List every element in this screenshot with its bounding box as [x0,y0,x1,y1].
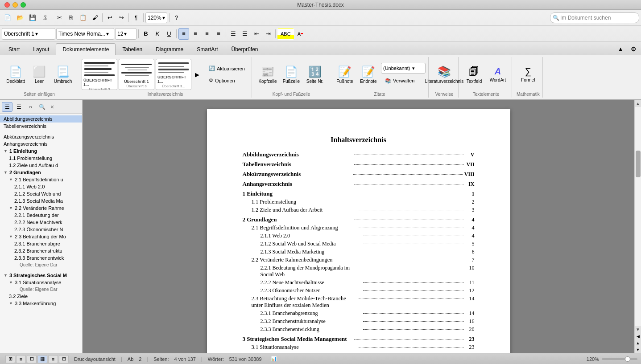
underline-button[interactable]: U [164,28,174,40]
nav-item-2-2-2[interactable]: 2.2.2 Neue Machtverk [0,219,82,226]
nav-item-2-1-3[interactable]: 2.1.3 Social Media Ma [0,197,82,204]
align-center-button[interactable]: ≡ [190,28,201,40]
ribbon-options-button[interactable]: ⚙ [628,43,639,55]
nav-item-2-3[interactable]: ▼ 2.3 Betrachtung der Mo [0,233,82,240]
view-btn-6[interactable]: ⊟ [59,355,69,363]
fusszeile-button[interactable]: 📄 Fußzeile [280,59,302,90]
view-btn-2[interactable]: ≡ [16,355,26,363]
nav-item-3-1[interactable]: ▼ 3.1 Situationsanalyse [0,279,82,286]
list-num-button[interactable]: ☰ [228,28,239,40]
view-btn-5[interactable]: ≡ [48,355,58,363]
view-btn-4[interactable]: ▦ [37,355,47,363]
help-button[interactable]: ? [171,12,182,24]
view-btn-3[interactable]: ⊡ [27,355,37,363]
justify-button[interactable]: ≡ [213,28,224,40]
toc-styles-next[interactable]: ▶ [194,59,201,90]
print-button[interactable]: 🖨 [39,12,50,24]
nav-item-quelle-1[interactable]: Quelle: Eigene Dar [0,262,82,268]
paste-button[interactable]: 📋 [77,12,89,24]
font-dropdown[interactable]: Times New Roma... ▾ [56,28,114,40]
size-dropdown[interactable]: 12 ▾ [115,28,136,40]
tab-tabellen[interactable]: Tabellen [116,43,149,55]
align-left-button[interactable]: ≡ [178,28,189,40]
nav-item-3-2[interactable]: 3.2 Ziele [0,293,82,300]
zoom-slider[interactable] [602,358,637,360]
search-input[interactable] [550,12,639,23]
minimize-button[interactable] [12,2,18,8]
nav-item-tabellenverzeichnis[interactable]: Tabellenverzeichnis [0,123,82,130]
nav-item-2-3-2[interactable]: 2.3.2 Branchenstruktu [0,247,82,254]
highlight-button[interactable]: ABC [277,28,294,40]
citation-style-dropdown[interactable]: (Unbekannt) ▾ [381,63,426,74]
sidebar-close-button[interactable]: × [48,103,56,111]
scroll-thumb[interactable] [636,151,641,177]
fussnote-button[interactable]: 📝 Fußnote [334,59,356,90]
tab-start[interactable]: Start [2,43,26,55]
toc-style-3[interactable]: ÜBERSCHRIFT 1... Überschrift 3... [156,59,191,90]
sidebar-btn-list[interactable]: ☰ [2,102,12,112]
nav-item-abkuerzungsverzeichnis[interactable]: Abkürzungsverzeichnis [0,133,82,140]
literaturverzeichnis-button[interactable]: 📚 Literaturverzeichnis [433,59,455,90]
verwalten-button[interactable]: 📚 Verwalten [381,75,426,86]
aktualisieren-button[interactable]: 🔄 Aktualisieren [205,63,249,74]
nav-item-2-1[interactable]: ▼ 2.1 Begriffsdefinition u [0,176,82,183]
maximize-button[interactable] [21,2,26,8]
toc-style-1[interactable]: ÜBERSCHRIFT 1... Unterschrift 3 [82,59,117,90]
scroll-page-up[interactable]: ▲ [635,339,641,346]
list-bullet-button[interactable]: ☰ [240,28,250,40]
sidebar-btn-search[interactable]: 🔍 [37,102,47,112]
tab-smartart[interactable]: SmartArt [190,43,224,55]
endnote-button[interactable]: 📝 Endnote [357,59,380,90]
tab-diagramme[interactable]: Diagramme [149,43,190,55]
format-copy-button[interactable]: 🖌 [90,12,100,24]
close-button[interactable] [4,2,10,8]
nav-item-2-3-3[interactable]: 2.3.3 Branchenentwick [0,254,82,262]
optionen-button[interactable]: ⚙ Optionen [205,75,249,86]
sidebar-btn-pages[interactable]: ☰ [13,102,24,112]
save-button[interactable]: 💾 [27,12,38,24]
nav-item-abbildungsverzeichnis[interactable]: Abbildungsverzeichnis [0,115,82,123]
para-marks-button[interactable]: ¶ [131,12,141,24]
zoom-thumb[interactable] [625,356,630,362]
bold-button[interactable]: B [141,28,151,40]
scroll-track[interactable] [635,107,641,326]
umbruch-button[interactable]: 📃 Umbruch [52,59,74,90]
kopfzeile-button[interactable]: 📰 Kopfzeile [256,59,279,90]
wordart-button[interactable]: A WordArt [487,59,509,90]
font-color-button[interactable]: A [295,28,306,40]
scroll-page-down[interactable]: ▼ [635,346,641,353]
nav-item-2-2-1[interactable]: 2.2.1 Bedeutung der [0,212,82,219]
undo-button[interactable]: ↩ [104,12,115,24]
open-button[interactable]: 📂 [14,12,26,24]
scroll-up[interactable]: ▲ [635,100,641,107]
nav-item-quelle-2[interactable]: Quelle: Eigene Dar [0,286,82,293]
nav-item-anhangsverzeichnis[interactable]: Anhangsverzeichnis [0,140,82,147]
tab-layout[interactable]: Layout [26,43,56,55]
align-right-button[interactable]: ≡ [202,28,212,40]
nav-item-2-2-3[interactable]: 2.2.3 Ökonomischer N [0,226,82,233]
zoom-dropdown[interactable]: 120% ▾ [145,12,167,23]
nav-item-1-2[interactable]: 1.2 Ziele und Aufbau d [0,162,82,169]
cut-button[interactable]: ✂ [54,12,65,24]
seite-nr-button[interactable]: 🔢 Seite Nr. [304,59,326,90]
nav-item-2-1-1[interactable]: 2.1.1 Web 2.0 [0,183,82,190]
redo-button[interactable]: ↪ [116,12,127,24]
indent-inc-button[interactable]: ⇥ [263,28,273,40]
nav-item-2-grundlagen[interactable]: ▼ 2 Grundlagen [0,169,82,176]
formel-button[interactable]: ∑ Formel [517,59,539,90]
deckblatt-button[interactable]: 📄 Deckblatt [4,59,27,90]
nav-item-3-3[interactable]: ▼ 3.3 Markenführung [0,300,82,307]
tab-ueberpruefen[interactable]: Überprüfen [225,43,265,55]
nav-item-2-2[interactable]: ▼ 2.2 Veränderte Rahme [0,204,82,212]
toc-style-2[interactable]: Überschrift 1 Überschrift 3 [119,59,154,90]
nav-item-2-3-1[interactable]: 2.3.1 Branchenabgre [0,240,82,247]
ribbon-collapse-button[interactable]: ▲ [615,43,626,55]
indent-dec-button[interactable]: ⇤ [251,28,262,40]
copy-button[interactable]: ⎘ [66,12,76,24]
scroll-down[interactable]: ▼ [635,326,641,333]
nav-item-2-1-2[interactable]: 2.1.2 Social Web und [0,190,82,197]
style-dropdown[interactable]: Überschrift 1 ▾ [2,28,55,40]
tab-dokumentelemente[interactable]: Dokumentelemente [56,43,116,55]
italic-button[interactable]: K [152,28,163,40]
nav-item-3[interactable]: ▼ 3 Strategisches Social M [0,272,82,279]
